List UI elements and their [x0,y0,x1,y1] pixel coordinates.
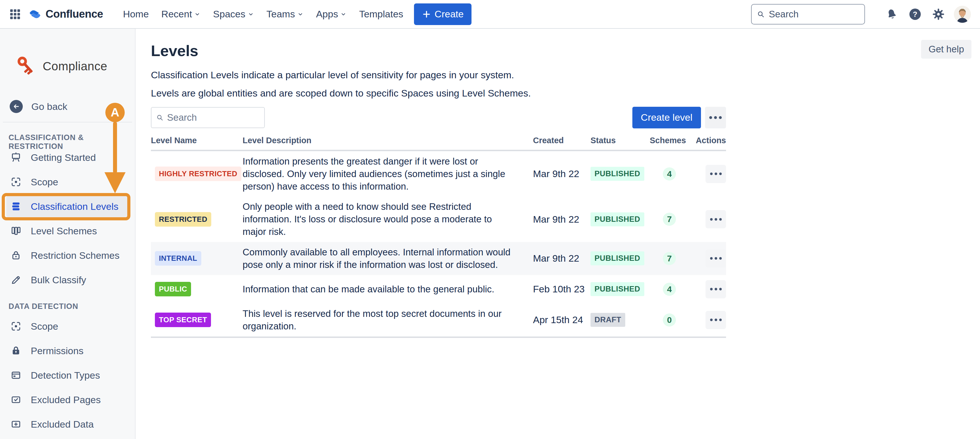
col-actions: Actions [696,136,726,145]
sidebar-divider [3,122,132,122]
table-toolbar: Create level [151,107,726,129]
status-badge: DRAFT [590,313,625,327]
search-icon [156,113,164,122]
chevron-down-icon [248,11,254,17]
nav-recent[interactable]: Recent [155,3,207,25]
level-name-badge: INTERNAL [155,251,201,266]
compliance-sidebar: Compliance Go back CLASSIFICATION & REST… [0,29,135,439]
created-date: Apr 15th 24 [533,314,590,325]
primary-nav: Home Recent Spaces Teams Apps Templates [117,3,409,25]
scope-target-icon [10,321,22,332]
ellipsis-icon [709,116,712,119]
table-more-actions-button[interactable] [705,107,726,129]
apps-grid-icon [9,8,21,21]
status-badge: PUBLISHED [590,251,644,265]
created-date: Mar 9th 22 [533,214,590,225]
help-button[interactable]: ? [907,6,923,22]
page-title: Levels [151,42,726,59]
level-name-badge: HIGHLY RESTRICTED [155,167,242,181]
app-switcher-button[interactable] [8,8,22,21]
avatar-photo [954,6,971,23]
created-date: Mar 9th 22 [533,253,590,264]
confluence-logo [27,6,43,22]
row-actions-button[interactable] [706,210,726,228]
scope-target-icon [10,176,22,188]
sidebar-item-permissions[interactable]: Permissions [0,339,135,363]
schemes-count: 4 [663,167,676,180]
create-level-button[interactable]: Create level [632,107,701,129]
sidebar-nav-data-detection: Scope Permissions Detection Types Exclud… [0,314,135,436]
bell-icon [886,8,898,21]
levels-search-input[interactable] [167,112,260,123]
level-name-badge: TOP SECRET [155,313,211,327]
nav-home[interactable]: Home [117,3,155,25]
levels-table: Level Name Level Description Created Sta… [151,136,726,338]
stacked-levels-icon [10,201,22,212]
nav-teams[interactable]: Teams [260,3,310,25]
global-top-bar: Confluence Home Recent Spaces Teams Apps… [0,0,980,29]
page-description-1: Classification Levels indicate a particu… [151,68,726,82]
col-created: Created [533,136,590,145]
sidebar-item-excluded-pages[interactable]: Excluded Pages [0,388,135,412]
global-search[interactable] [751,4,865,24]
checkbox-icon [10,394,22,406]
level-description: This level is reserved for the most top … [243,307,533,332]
search-icon [757,10,765,19]
plus-box-icon [10,418,22,430]
get-help-button[interactable]: Get help [921,40,972,59]
levels-search[interactable] [151,107,265,128]
table-row: INTERNAL Commonly available to all emplo… [151,242,726,275]
annotation-arrow-head [105,172,126,193]
nav-apps[interactable]: Apps [310,3,353,25]
level-description: Commonly available to all employees. Int… [243,246,533,271]
table-row: RESTRICTED Only people with a need to kn… [151,196,726,242]
table-header: Level Name Level Description Created Sta… [151,136,726,151]
level-name-badge: RESTRICTED [155,212,211,227]
created-date: Feb 10th 23 [533,283,590,295]
status-badge: PUBLISHED [590,167,644,181]
row-actions-button[interactable] [706,165,726,183]
row-actions-button[interactable] [706,250,726,267]
created-date: Mar 9th 22 [533,168,590,179]
product-name: Confluence [46,8,103,20]
chevron-down-icon [297,11,304,17]
table-row: PUBLIC Information that can be made avai… [151,275,726,304]
notifications-button[interactable] [884,6,900,22]
key-icon [15,54,39,78]
nav-spaces[interactable]: Spaces [207,3,260,25]
confluence-home-link[interactable]: Confluence [27,6,103,22]
sidebar-item-level-schemes[interactable]: Level Schemes [0,219,135,243]
sidebar-item-dd-scope[interactable]: Scope [0,314,135,339]
sidebar-item-classification-levels[interactable]: Classification Levels [6,196,127,217]
level-description: Information that can be made available t… [243,283,533,296]
lock-filled-icon [10,345,22,356]
schemes-count: 7 [663,213,676,226]
sidebar-item-restriction-schemes[interactable]: Restriction Schemes [0,243,135,267]
chevron-down-icon [340,11,347,17]
chevron-down-icon [194,11,200,17]
sidebar-item-excluded-data[interactable]: Excluded Data [0,412,135,436]
page-description-2: Levels are global entities and are scope… [151,87,726,100]
sidebar-item-bulk-classify[interactable]: Bulk Classify [0,267,135,292]
board-columns-icon [10,225,22,237]
level-description: Information presents the greatest danger… [243,155,533,193]
global-search-input[interactable] [769,9,859,20]
row-actions-button[interactable] [706,280,726,298]
nav-templates[interactable]: Templates [353,3,409,25]
app-logo: Compliance [0,54,135,79]
create-button[interactable]: Create [414,3,471,25]
status-badge: PUBLISHED [590,212,644,226]
svg-text:?: ? [913,10,917,18]
settings-button[interactable] [931,6,947,22]
pencil-icon [10,274,22,286]
table-row: TOP SECRET This level is reserved for th… [151,304,726,337]
row-actions-button[interactable] [706,311,726,329]
schemes-count: 7 [663,252,676,265]
annotation-marker-a: A [105,103,125,122]
status-badge: PUBLISHED [590,282,644,296]
app-name: Compliance [43,59,107,73]
sidebar-item-detection-types[interactable]: Detection Types [0,363,135,388]
col-level-description: Level Description [243,136,533,145]
user-avatar[interactable] [954,6,971,23]
annotation-arrow-stem [113,122,117,173]
